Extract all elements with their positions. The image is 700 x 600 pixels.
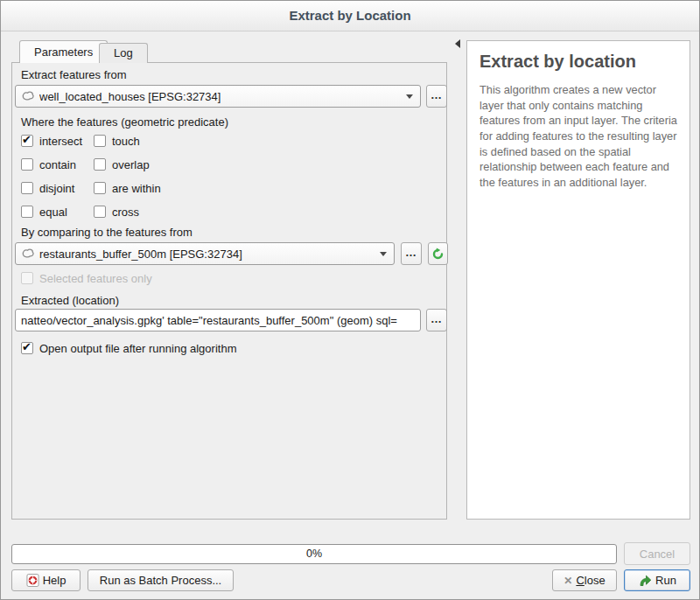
browse-input-layer-button[interactable]: … <box>426 85 447 108</box>
checkbox-contain[interactable]: contain <box>21 157 94 171</box>
checkbox-label: Open output file after running algorithm <box>39 342 236 355</box>
chevron-down-icon <box>406 94 413 99</box>
input-layer-value: well_located_houses [EPSG:32734] <box>39 90 220 103</box>
checkbox-label: equal <box>39 206 67 219</box>
page-title: Extract by Location <box>1 1 699 31</box>
checkbox-label: are within <box>112 182 161 195</box>
ellipsis-icon: … <box>430 88 443 105</box>
polygon-layer-icon <box>21 89 35 103</box>
iterate-refresh-icon <box>431 248 444 261</box>
help-panel: Extract by location This algorithm creat… <box>466 40 690 520</box>
checkbox-selected-features-only[interactable]: Selected features only <box>21 271 152 285</box>
cancel-button[interactable]: Cancel <box>624 542 690 565</box>
progress-value: 0% <box>306 548 322 560</box>
parameters-pane: Extract features from well_located_house… <box>11 62 447 520</box>
help-panel-title: Extract by location <box>480 52 677 72</box>
predicate-checkbox-grid: intersect touch contain overlap disjoint… <box>21 134 161 219</box>
iterate-layer-button[interactable] <box>428 242 448 265</box>
checkbox-box <box>94 206 106 218</box>
cancel-button-label: Cancel <box>640 548 675 561</box>
checkbox-box <box>94 135 106 147</box>
batch-button-label: Run as Batch Process... <box>100 574 221 587</box>
help-icon <box>26 574 39 587</box>
checkbox-touch[interactable]: touch <box>94 134 161 148</box>
checkbox-box <box>21 182 33 194</box>
progress-bar: 0% <box>11 544 617 564</box>
ellipsis-icon: … <box>430 312 443 329</box>
help-button-label: Help <box>43 574 66 587</box>
browse-output-button[interactable]: … <box>426 309 447 331</box>
run-button[interactable]: Run <box>624 569 690 591</box>
extracted-location-input[interactable] <box>15 309 421 331</box>
checkbox-box <box>21 158 33 171</box>
checkbox-label: overlap <box>112 158 150 171</box>
checkbox-box <box>94 158 106 171</box>
checkbox-overlap[interactable]: overlap <box>94 157 161 171</box>
checkbox-label: contain <box>39 158 76 171</box>
extract-features-from-label: Extract features from <box>21 68 127 81</box>
tab-log[interactable]: Log <box>99 43 148 63</box>
checkbox-cross[interactable]: cross <box>94 205 161 219</box>
run-arrow-icon <box>638 574 652 588</box>
extracted-location-label: Extracted (location) <box>21 294 119 307</box>
checkbox-label: Selected features only <box>39 272 152 285</box>
compare-layer-value: restaurants_buffer_500m [EPSG:32734] <box>39 248 242 261</box>
run-button-label: Run <box>655 574 676 587</box>
checkbox-label: disjoint <box>39 182 74 195</box>
collapse-help-panel-icon[interactable] <box>455 39 460 48</box>
polygon-layer-icon <box>21 247 35 261</box>
help-panel-description: This algorithm creates a new vector laye… <box>480 82 677 191</box>
ellipsis-icon: … <box>405 246 417 262</box>
close-button[interactable]: ✕ Close <box>552 569 617 591</box>
compare-layer-combobox[interactable]: restaurants_buffer_500m [EPSG:32734] <box>15 242 395 265</box>
close-x-icon: ✕ <box>564 575 572 587</box>
title-bar[interactable]: Extract by Location <box>1 1 699 31</box>
checkbox-disjoint[interactable]: disjoint <box>21 181 94 195</box>
checkbox-equal[interactable]: equal <box>21 205 94 219</box>
compare-features-label: By comparing to the features from <box>21 226 192 239</box>
checkbox-open-output-file[interactable]: Open output file after running algorithm <box>21 341 236 355</box>
checkbox-box <box>21 206 33 218</box>
checkbox-box <box>21 342 33 354</box>
close-button-label: Close <box>576 574 605 587</box>
input-layer-combobox[interactable]: well_located_houses [EPSG:32734] <box>15 85 421 108</box>
checkbox-box <box>21 135 33 147</box>
run-as-batch-process-button[interactable]: Run as Batch Process... <box>88 569 234 591</box>
checkbox-intersect[interactable]: intersect <box>21 134 94 148</box>
checkbox-label: cross <box>112 206 139 219</box>
tab-parameters[interactable]: Parameters <box>19 40 108 63</box>
extract-by-location-dialog: Extract by Location Parameters Log Extra… <box>0 0 700 600</box>
chevron-down-icon <box>380 252 387 256</box>
checkbox-box <box>21 272 33 284</box>
checkbox-box <box>94 182 106 194</box>
browse-compare-layer-button[interactable]: … <box>401 242 422 265</box>
geometric-predicate-label: Where the features (geometric predicate) <box>21 115 228 129</box>
checkbox-label: intersect <box>39 135 82 148</box>
checkbox-label: touch <box>112 135 140 148</box>
checkbox-are-within[interactable]: are within <box>94 181 161 195</box>
help-button[interactable]: Help <box>11 569 80 591</box>
